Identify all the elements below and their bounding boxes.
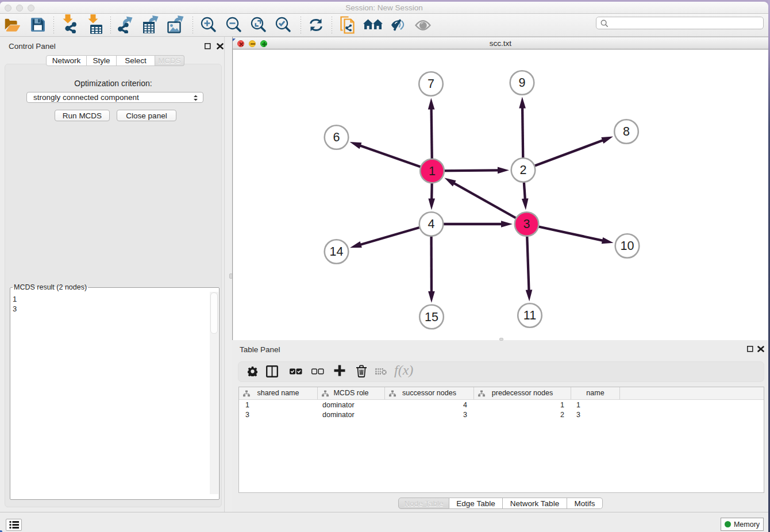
svg-text:2: 2 <box>520 163 527 177</box>
svg-text:3: 3 <box>523 217 530 231</box>
svg-text:1: 1 <box>429 164 436 178</box>
svg-text:9: 9 <box>519 76 526 90</box>
svg-text:4: 4 <box>428 217 435 231</box>
svg-text:7: 7 <box>428 77 434 91</box>
svg-text:11: 11 <box>523 309 536 322</box>
svg-text:15: 15 <box>425 310 438 324</box>
svg-text:6: 6 <box>333 130 340 144</box>
svg-text:8: 8 <box>623 125 630 138</box>
svg-text:14: 14 <box>330 245 344 259</box>
svg-text:10: 10 <box>621 239 634 253</box>
